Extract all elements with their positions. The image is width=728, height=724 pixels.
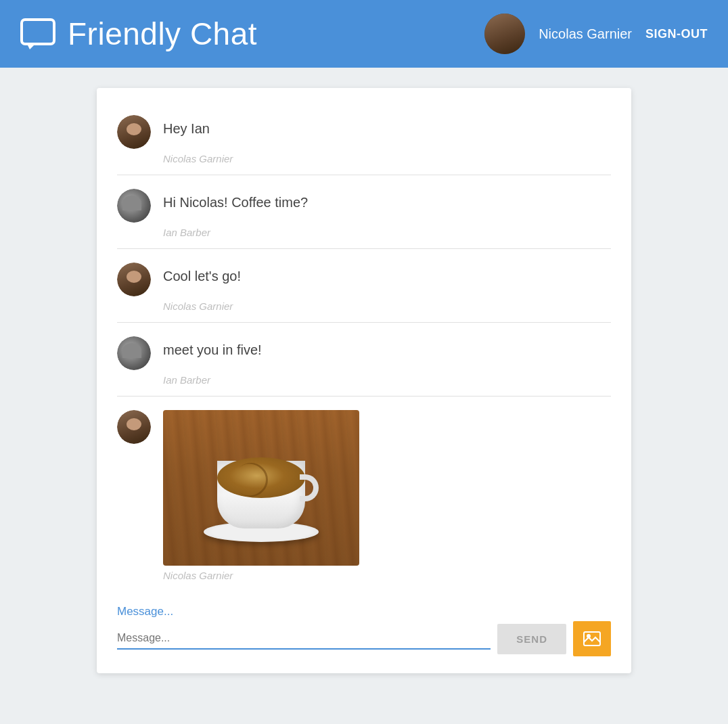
- message-row: Cool let's go!: [117, 263, 611, 296]
- main-content: Hey Ian Nicolas Garnier Hi Nicolas! Coff…: [0, 88, 728, 673]
- message-text: meet you in five!: [163, 336, 262, 359]
- svg-marker-1: [27, 44, 35, 49]
- signout-button[interactable]: SIGN-OUT: [645, 27, 708, 41]
- ian-avatar: [117, 336, 151, 370]
- message-text: Hi Nicolas! Coffee time?: [163, 189, 308, 212]
- avatar: [117, 410, 151, 444]
- app-title: Friendly Chat: [68, 16, 257, 52]
- ian-avatar: [117, 189, 151, 223]
- message-item: meet you in five! Ian Barber: [117, 323, 611, 397]
- message-item: Cool let's go! Nicolas Garnier: [117, 249, 611, 323]
- chat-icon: [20, 18, 55, 49]
- avatar: [117, 336, 151, 370]
- avatar: [117, 189, 151, 223]
- message-text: Hey Ian: [163, 115, 210, 138]
- message-item: Hey Ian Nicolas Garnier: [117, 101, 611, 175]
- message-text: Cool let's go!: [163, 263, 241, 286]
- header-left: Friendly Chat: [20, 16, 257, 52]
- app-header: Friendly Chat Nicolas Garnier SIGN-OUT: [0, 0, 728, 68]
- send-button[interactable]: SEND: [497, 624, 566, 654]
- message-author: Nicolas Garnier: [117, 300, 611, 312]
- coffee-image: [163, 410, 359, 566]
- nicolas-avatar: [117, 410, 151, 444]
- cup-handle: [300, 474, 319, 501]
- messages-list: Hey Ian Nicolas Garnier Hi Nicolas! Coff…: [97, 88, 631, 598]
- input-row: SEND: [117, 621, 611, 656]
- message-input[interactable]: [117, 628, 491, 650]
- message-item: Nicolas Garnier: [117, 397, 611, 591]
- message-row: meet you in five!: [117, 336, 611, 370]
- user-avatar: [484, 14, 525, 54]
- avatar: [117, 115, 151, 149]
- image-icon: [583, 631, 601, 646]
- username-label: Nicolas Garnier: [539, 26, 632, 42]
- coffee-swirl: [227, 456, 275, 504]
- avatar: [117, 263, 151, 296]
- message-item: Hi Nicolas! Coffee time? Ian Barber: [117, 175, 611, 249]
- message-input-label: Message...: [117, 605, 611, 618]
- cup: [217, 461, 305, 528]
- input-area: Message... SEND: [97, 598, 631, 673]
- avatar-image: [484, 14, 525, 54]
- message-author: Ian Barber: [117, 374, 611, 386]
- svg-rect-0: [22, 20, 54, 44]
- header-right: Nicolas Garnier SIGN-OUT: [484, 14, 708, 54]
- message-author: Nicolas Garnier: [117, 570, 611, 581]
- message-row: Hey Ian: [117, 115, 611, 149]
- nicolas-avatar: [117, 263, 151, 296]
- coffee-surface: [217, 457, 305, 498]
- coffee-cup: [200, 427, 322, 549]
- message-author: Ian Barber: [117, 227, 611, 238]
- message-author: Nicolas Garnier: [117, 153, 611, 164]
- chat-container: Hey Ian Nicolas Garnier Hi Nicolas! Coff…: [97, 88, 631, 673]
- image-upload-button[interactable]: [573, 621, 611, 656]
- message-row: [117, 410, 611, 566]
- message-row: Hi Nicolas! Coffee time?: [117, 189, 611, 223]
- nicolas-avatar: [117, 115, 151, 149]
